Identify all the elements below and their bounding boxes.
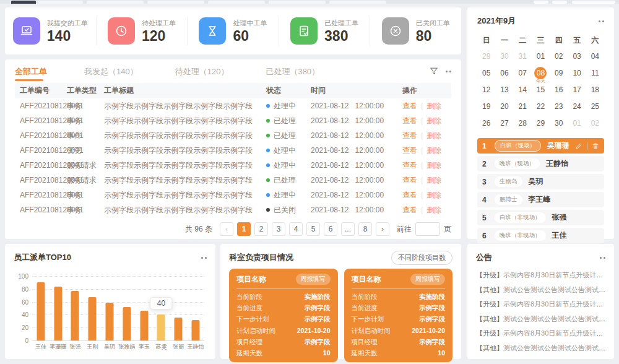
browser-control[interactable]	[552, 1, 567, 4]
view-link[interactable]: 查看	[402, 116, 417, 125]
calendar-date[interactable]: 06	[495, 65, 513, 82]
bar[interactable]	[140, 311, 148, 340]
view-link[interactable]: 查看	[402, 191, 417, 199]
calendar-date[interactable]: 25	[586, 98, 604, 115]
view-link[interactable]: 查看	[402, 102, 417, 110]
roster-row[interactable]: 3生物岛吴玥	[477, 174, 604, 189]
calendar-date[interactable]: 07	[514, 65, 532, 82]
calendar-date[interactable]: 30	[495, 48, 513, 65]
page-ellipsis[interactable]: ...	[341, 222, 355, 236]
calendar-date[interactable]: 11	[586, 65, 604, 82]
browser-tab[interactable]	[87, 1, 144, 4]
calendar-date[interactable]: 09	[550, 65, 568, 82]
roster-row[interactable]: 5白班（非现场）张强	[477, 210, 604, 225]
calendar-date[interactable]: 01	[532, 48, 550, 65]
bar[interactable]	[89, 297, 97, 340]
browser-control[interactable]	[572, 1, 615, 4]
browser-tab-active[interactable]	[11, 1, 36, 4]
calendar-date[interactable]: 31	[514, 48, 532, 65]
roster-row[interactable]: 1白班（现场）吴珊珊	[477, 138, 604, 154]
calendar-date[interactable]: 02	[550, 48, 568, 65]
bar[interactable]	[192, 320, 200, 340]
bar[interactable]	[123, 307, 131, 340]
calendar-date[interactable]: 04	[586, 48, 604, 65]
calendar-date[interactable]: 30	[550, 115, 568, 132]
calendar-date[interactable]: 17	[568, 82, 586, 98]
view-link[interactable]: 查看	[402, 176, 417, 184]
bar[interactable]	[157, 314, 165, 340]
roster-row[interactable]: 4鹏博士李王峰	[477, 192, 604, 207]
browser-tab[interactable]	[38, 1, 83, 4]
calendar-date[interactable]: 05	[477, 65, 495, 82]
calendar-date[interactable]: 24	[568, 98, 586, 115]
notice-item[interactable]: 【其他】测试公告测试公告测试公告测试公告测试公告	[476, 341, 605, 356]
notice-item[interactable]: 【升级】示例内容8月30日新节点升级计划通知	[476, 297, 605, 312]
page-button[interactable]: 5	[306, 222, 320, 236]
notice-item[interactable]: 【升级】示例内容8月30日新节点升级计划通知	[476, 326, 605, 341]
browser-control[interactable]	[534, 1, 548, 4]
page-button[interactable]: 8	[358, 222, 372, 236]
goto-page-input[interactable]	[415, 222, 440, 236]
view-link[interactable]: 查看	[402, 206, 417, 214]
browser-tab[interactable]	[329, 1, 386, 4]
tab-我发起（140）[interactable]: 我发起（140）	[84, 60, 138, 82]
calendar-date[interactable]: 12	[477, 82, 495, 98]
roster-row[interactable]: 6晚班（非现场）王佳	[477, 228, 604, 243]
browser-tab[interactable]	[269, 1, 326, 4]
calendar-date[interactable]: 29	[477, 48, 495, 65]
browser-tab[interactable]	[208, 1, 265, 4]
page-button[interactable]: 2	[254, 222, 268, 236]
weekly-report-badge[interactable]: 周报填写	[410, 274, 445, 285]
delete-link[interactable]: 删除	[426, 176, 441, 184]
bar[interactable]	[106, 303, 114, 340]
calendar-date[interactable]: 21	[514, 98, 532, 115]
calendar-date[interactable]: 23	[550, 98, 568, 115]
calendar-date[interactable]: 15	[532, 82, 550, 98]
notice-item[interactable]: 【其他】测试公告测试公告测试公告测试公告测试公告	[476, 283, 605, 298]
tab-全部工单[interactable]: 全部工单	[15, 60, 47, 82]
page-button[interactable]: 1	[237, 222, 251, 236]
calendar-date[interactable]: 20	[495, 98, 513, 115]
delete-link[interactable]: 删除	[426, 102, 441, 110]
calendar-date[interactable]: 16	[550, 82, 568, 98]
more-icon[interactable]	[599, 20, 604, 22]
calendar-date[interactable]: 18	[586, 82, 604, 98]
calendar-date[interactable]: 26	[477, 115, 495, 132]
more-icon[interactable]	[201, 257, 207, 259]
filter-icon[interactable]	[430, 67, 438, 76]
delete-link[interactable]: 删除	[426, 146, 441, 155]
page-button[interactable]: 3	[272, 222, 285, 236]
weekly-report-badge[interactable]: 周报填写	[296, 274, 331, 285]
calendar-date[interactable]: 19	[477, 98, 495, 115]
prev-page-button[interactable]: ‹	[220, 222, 233, 236]
next-page-button[interactable]: ›	[376, 222, 389, 236]
browser-tab[interactable]	[147, 1, 204, 4]
notice-item[interactable]: 【升级】示例内容8月30日新节点升级计划通知	[476, 268, 605, 283]
more-icon[interactable]	[600, 257, 605, 259]
trash-icon[interactable]	[592, 142, 599, 150]
tab-待处理（120）[interactable]: 待处理（120）	[175, 60, 229, 82]
bar[interactable]	[37, 282, 45, 340]
calendar-date[interactable]: 27	[495, 115, 513, 132]
calendar-date[interactable]: 02	[586, 115, 604, 132]
more-icon[interactable]	[446, 71, 451, 72]
delete-link[interactable]: 删除	[426, 161, 441, 170]
bar[interactable]	[175, 318, 183, 340]
calendar-date[interactable]: 08今天	[532, 65, 550, 82]
delete-link[interactable]: 删除	[426, 206, 441, 214]
view-link[interactable]: 查看	[402, 161, 417, 170]
bar[interactable]	[71, 291, 79, 340]
view-link[interactable]: 查看	[402, 131, 417, 140]
calendar-date[interactable]: 22	[532, 98, 550, 115]
calendar-date[interactable]: 03	[568, 48, 586, 65]
calendar-date[interactable]: 10	[568, 65, 586, 82]
page-button[interactable]: 4	[289, 222, 303, 236]
calendar-date[interactable]: 01	[568, 115, 586, 132]
stage-count-button[interactable]: 不同阶段项目数	[391, 251, 452, 265]
tab-已处理（380）[interactable]: 已处理（380）	[266, 60, 319, 82]
bar[interactable]	[54, 287, 62, 340]
edit-icon[interactable]	[575, 142, 582, 150]
calendar-date[interactable]: 28	[514, 115, 532, 132]
notice-item[interactable]: 【其他】测试公告测试公告测试公告测试公告测试公告	[476, 312, 605, 327]
view-link[interactable]: 查看	[402, 146, 417, 155]
